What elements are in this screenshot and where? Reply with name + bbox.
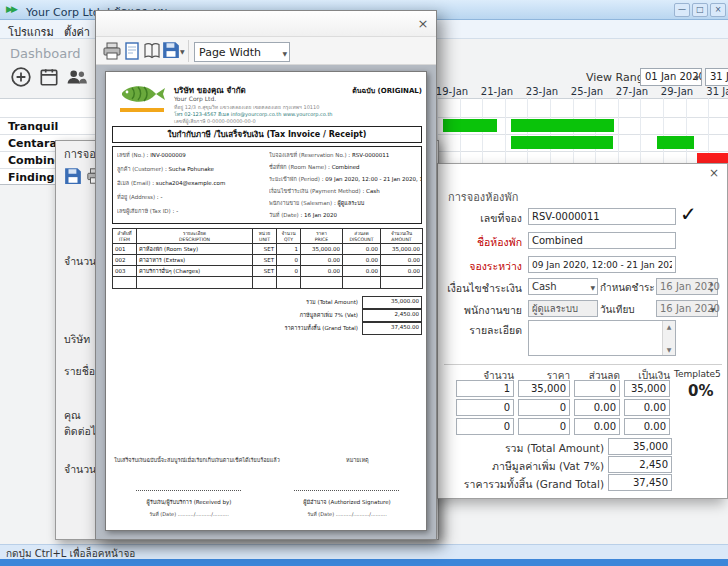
salesperson-label: พนักงานขาย: [438, 302, 522, 319]
preview-titlebar: ×: [96, 11, 436, 37]
gantt-bar-booking[interactable]: [443, 119, 497, 132]
view-range-from-picker[interactable]: 01 Jan 2020 ▼: [640, 68, 702, 86]
received-date-label: วันที่ (Date) ........../........../....…: [114, 510, 264, 518]
gantt-date: 25-Jan: [565, 86, 609, 97]
payment-terms-value: Cash: [532, 281, 557, 292]
price-field-row1[interactable]: [518, 380, 570, 397]
company-taxid: เลขที่ผู้เสียภาษี 0-0000-00000-00-0: [174, 117, 256, 125]
info-value: RSV-0000011: [352, 152, 389, 158]
discount-field-row3[interactable]: [574, 418, 620, 435]
booking-no-field[interactable]: [528, 208, 676, 225]
discount-field-row2[interactable]: [574, 399, 620, 416]
menu-settings[interactable]: ตั้งค่า: [64, 23, 90, 41]
scroll-down-icon[interactable]: ▼: [663, 346, 675, 353]
payment-terms-select[interactable]: Cash ▼: [528, 278, 598, 295]
qty-field-row2[interactable]: [456, 399, 514, 416]
preview-document-area[interactable]: บริษัท ของคุณ จำกัด Your Corp Ltd. ที่อย…: [96, 65, 436, 539]
salesperson-field[interactable]: [528, 300, 598, 317]
booking-no-label: เลขที่จอง: [438, 210, 522, 227]
scroll-up-icon[interactable]: ▲: [663, 323, 675, 330]
app-logo-icon: ▶▶: [6, 4, 16, 14]
guests-icon[interactable]: [66, 66, 88, 88]
grand-total-field[interactable]: [608, 474, 672, 491]
chevron-down-icon: ▼: [590, 284, 595, 291]
screen: ▶▶ Your Corp Ltd. | ผู้ดูแลระบบ — □ × โป…: [0, 0, 728, 566]
due-date-label: กำหนดชำระ: [600, 280, 655, 295]
details-scrollbar[interactable]: ▲ ▼: [662, 321, 675, 355]
authorized-date-label: วันที่ (Date) ........../........../....…: [272, 510, 422, 518]
total-field[interactable]: [608, 438, 672, 455]
room-name-field[interactable]: [528, 232, 676, 249]
print-preview-window: × ▼ Page Width ▼: [95, 10, 437, 540]
item-row: 003ค่าบริการอื่นๆ (Charges)SET00.000.000…: [113, 266, 423, 277]
booking-form-panel: × การจองห้องพัก เลขที่จอง ✓ ชื่อห้องพัก …: [437, 163, 728, 499]
maximize-button[interactable]: □: [692, 3, 708, 17]
chevron-down-icon: ▼: [282, 50, 287, 57]
spinner-up-icon[interactable]: ▲: [707, 280, 716, 287]
due-date-spinner[interactable]: 16 Jan 2020 ▲ ▼: [656, 278, 718, 295]
save-dropdown-icon[interactable]: ▼: [180, 48, 185, 55]
view-range-to-value: 31 Jan 2020: [710, 71, 728, 82]
price-field-row3[interactable]: [518, 418, 570, 435]
bottom-accent-strip: [0, 559, 728, 566]
info-label: พนักงานขาย (Salesman): [269, 200, 332, 206]
print-icon[interactable]: [102, 41, 122, 61]
invoice-page: บริษัท ของคุณ จำกัด Your Corp Ltd. ที่อย…: [105, 71, 427, 531]
amount-field-row2[interactable]: [624, 399, 670, 416]
info-value: sucha204@example.com: [156, 180, 225, 186]
info-label: เงื่อนไขชำระเงิน (Payment Method): [269, 188, 361, 194]
vat-field[interactable]: [608, 456, 672, 473]
toolbar-separator: [188, 40, 189, 62]
room-row-tranquil[interactable]: Tranquil: [8, 120, 58, 133]
issue-date-select[interactable]: 16 Jan 2020 ▼: [656, 300, 718, 317]
room-row-centara[interactable]: Centara: [8, 137, 57, 150]
booking-section-title: การจองห้องพัก: [448, 188, 518, 206]
info-label: ลูกค้า (Customer): [117, 166, 163, 172]
details-textarea[interactable]: ▲ ▼: [528, 320, 676, 356]
info-value: Sucha Pohunake: [169, 166, 214, 172]
price-field-row2[interactable]: [518, 399, 570, 416]
invoice-note: ใบเสร็จรับเงินฉบับนี้จะสมบูรณ์เมื่อเรียก…: [114, 456, 280, 464]
page-layout-icon[interactable]: [122, 41, 142, 61]
invoice-info-box: เลขที่ (No.) : INV-0000009 ลูกค้า (Custo…: [112, 146, 422, 224]
info-label: ระยะเข้าพัก (Period): [269, 176, 320, 182]
period-field[interactable]: [528, 256, 676, 273]
gantt-date: 23-Jan: [520, 86, 564, 97]
dashboard-title: Dashboard: [10, 46, 81, 61]
field-label-names: รายชื่อ: [64, 363, 95, 380]
confirmed-check-icon: ✓: [680, 202, 697, 226]
gantt-bar-booking[interactable]: [511, 136, 613, 149]
received-by-label: ผู้รับเงิน/ผู้รับบริการ (Received by): [114, 498, 264, 506]
info-value: Cash: [366, 188, 380, 194]
save-icon[interactable]: [64, 167, 82, 185]
gantt-bar-booking[interactable]: [511, 119, 614, 132]
add-booking-icon[interactable]: [10, 66, 32, 88]
doc-vat-label: ภาษีมูลค่าเพิ่ม 7% (Vat): [256, 311, 358, 319]
spinner-down-icon[interactable]: ▼: [707, 287, 716, 294]
calendar-icon[interactable]: [38, 66, 60, 88]
view-range-to-picker[interactable]: 31 Jan 2020: [705, 68, 728, 86]
info-value: -: [160, 194, 162, 200]
close-icon[interactable]: ×: [704, 166, 724, 182]
menu-program[interactable]: โปรแกรม: [8, 23, 54, 41]
room-row-finding[interactable]: Finding: [8, 171, 54, 184]
info-value: Combined: [332, 164, 360, 170]
info-label: อีเมล (Email): [117, 180, 150, 186]
field-label-qty: จำนวน: [64, 461, 96, 478]
minimize-button[interactable]: —: [674, 3, 690, 17]
zoom-mode-value: Page Width: [199, 46, 261, 59]
payment-terms-label: เงื่อนไขชำระเงิน: [438, 280, 522, 297]
discount-field-row1[interactable]: [574, 380, 620, 397]
close-button[interactable]: ×: [710, 3, 726, 17]
qty-field-row1[interactable]: [456, 380, 514, 397]
qty-field-row3[interactable]: [456, 418, 514, 435]
period-label: จองระหว่าง: [438, 258, 522, 275]
amount-field-row1[interactable]: [624, 380, 670, 397]
close-icon[interactable]: ×: [413, 16, 433, 32]
gantt-bar-booking[interactable]: [657, 136, 694, 149]
zoom-mode-select[interactable]: Page Width ▼: [194, 42, 290, 62]
amount-field-row3[interactable]: [624, 418, 670, 435]
info-label: เลขที่ (No.): [117, 152, 145, 158]
save-icon[interactable]: [162, 41, 180, 59]
book-view-icon[interactable]: [142, 41, 162, 61]
